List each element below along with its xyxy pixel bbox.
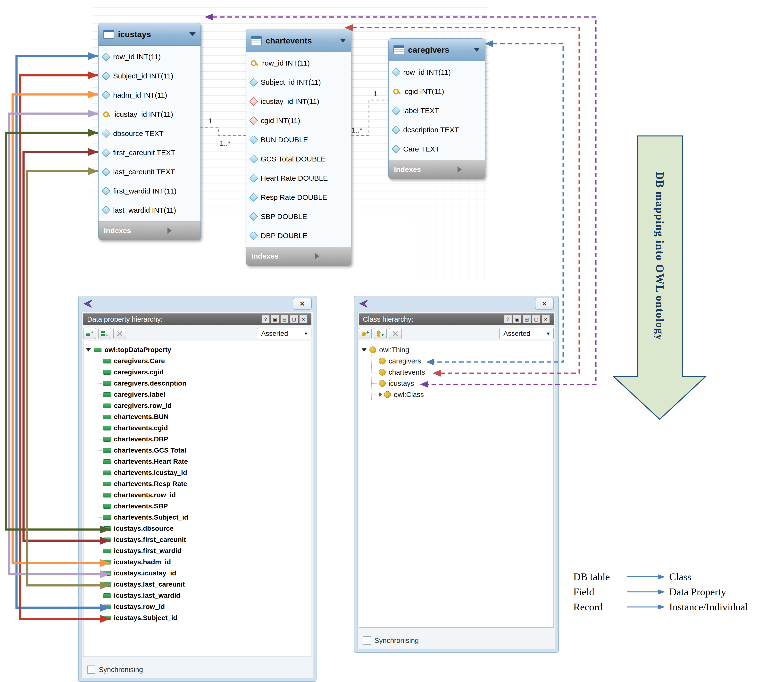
tree-item[interactable]: chartevents.cgid xyxy=(96,422,309,433)
close-button[interactable]: ✕ xyxy=(535,298,554,309)
tree-item[interactable]: chartevents.Subject_id xyxy=(96,512,309,523)
tree-item[interactable]: icustays xyxy=(372,378,551,389)
table-row[interactable]: Subject_id INT(11) xyxy=(99,66,200,86)
tree-item[interactable]: chartevents.Heart Rate xyxy=(96,456,309,467)
collapsed-caret-icon[interactable] xyxy=(379,392,382,397)
panel-header[interactable]: Class hierarchy: ? ▣ ▤ ▢ ✕ xyxy=(359,314,553,325)
table-chartevents[interactable]: chartevents row_id INT(11) Subject_id IN… xyxy=(246,29,351,266)
add-subclass-button[interactable] xyxy=(359,328,372,339)
expand-indexes-icon[interactable] xyxy=(167,228,172,234)
table-row[interactable]: first_wardid INT(11) xyxy=(99,182,200,201)
split-icon[interactable]: ▤ xyxy=(523,315,531,323)
tree-item[interactable]: icustays.row_id xyxy=(96,601,309,612)
close-panel-icon[interactable]: ✕ xyxy=(299,315,307,323)
tree-item[interactable]: caregivers.Care xyxy=(96,355,309,366)
collapse-table-icon[interactable] xyxy=(189,32,196,36)
table-icustays[interactable]: icustays row_id INT(11) Subject_id INT(1… xyxy=(98,23,201,240)
table-row[interactable]: BUN DOUBLE xyxy=(246,130,351,149)
table-row[interactable]: dbsource TEXT xyxy=(99,124,200,143)
tree-item[interactable]: icustays.dbsource xyxy=(96,523,309,534)
table-caregivers-header[interactable]: caregivers xyxy=(389,38,485,61)
expand-indexes-icon[interactable] xyxy=(458,166,462,173)
tree-item[interactable]: chartevents.GCS Total xyxy=(96,445,309,456)
table-row[interactable]: row_id INT(11) xyxy=(389,63,485,82)
add-sibling-property-button[interactable] xyxy=(98,328,111,339)
table-row[interactable]: Heart Rate DOUBLE xyxy=(246,169,351,188)
close-button[interactable]: ✕ xyxy=(293,298,312,309)
table-row[interactable]: Care TEXT xyxy=(389,139,485,159)
expanded-caret-icon[interactable] xyxy=(362,348,367,352)
expanded-caret-icon[interactable] xyxy=(86,348,91,352)
panel-header[interactable]: Data property hierarchy: ? ▣ ▤ ▢ ✕ xyxy=(83,314,312,325)
table-row[interactable]: row_id INT(11) xyxy=(99,47,200,66)
synchronising-checkbox[interactable] xyxy=(363,636,371,645)
table-row[interactable]: cgid INT(11) xyxy=(246,111,351,130)
window-title-bar[interactable]: ✕ xyxy=(355,296,558,311)
close-panel-icon[interactable]: ✕ xyxy=(542,315,550,323)
indexes-bar[interactable]: Indexes xyxy=(246,247,351,265)
add-sibling-class-button[interactable] xyxy=(374,328,386,339)
tree-item[interactable]: icustays.first_careunit xyxy=(96,534,309,545)
float-icon[interactable]: ▢ xyxy=(532,315,540,323)
class-hierarchy-window[interactable]: ✕ Class hierarchy: ? ▣ ▤ ▢ ✕ xyxy=(354,296,559,653)
tree-item[interactable]: chartevents.BUN xyxy=(96,411,309,422)
add-subproperty-button[interactable] xyxy=(83,328,96,339)
indexes-bar[interactable]: Indexes xyxy=(99,221,200,240)
tree-item-root[interactable]: owl:topDataProperty xyxy=(86,344,309,355)
table-icustays-header[interactable]: icustays xyxy=(99,23,200,46)
indexes-bar[interactable]: Indexes xyxy=(389,160,485,179)
table-row[interactable]: hadm_id INT(11) xyxy=(99,86,200,105)
table-row[interactable]: DBP DOUBLE xyxy=(246,226,351,245)
tree-item[interactable]: icustays.last_wardid xyxy=(96,590,309,601)
tree-item[interactable]: icustays.first_wardid xyxy=(96,545,309,556)
table-row[interactable]: GCS Total DOUBLE xyxy=(246,149,351,169)
float-icon[interactable]: ▢ xyxy=(290,315,298,323)
delete-property-button[interactable] xyxy=(113,328,126,339)
help-icon[interactable]: ? xyxy=(504,315,512,323)
tree-item[interactable]: chartevents.row_id xyxy=(96,489,309,500)
split-icon[interactable]: ▤ xyxy=(280,315,289,323)
data-property-window[interactable]: ✕ Data property hierarchy: ? ▣ ▤ ▢ ✕ xyxy=(78,296,316,682)
tree-item[interactable]: chartevents xyxy=(372,366,551,378)
expand-indexes-icon[interactable] xyxy=(315,253,319,259)
tree-item[interactable]: chartevents.icustay_id xyxy=(96,467,309,478)
table-row[interactable]: Resp Rate DOUBLE xyxy=(246,188,351,207)
table-row[interactable]: last_wardid INT(11) xyxy=(99,201,200,220)
table-caregivers[interactable]: caregivers row_id INT(11) cgid INT(11) l… xyxy=(388,38,485,179)
tree-item[interactable]: chartevents.DBP xyxy=(96,433,309,445)
table-row[interactable]: cgid INT(11) xyxy=(389,82,485,101)
tree-item[interactable]: icustays.last_careunit xyxy=(96,579,309,590)
help-icon[interactable]: ? xyxy=(261,315,270,323)
tree-item[interactable]: chartevents.SBP xyxy=(96,500,309,512)
table-row[interactable]: first_careunit TEXT xyxy=(99,143,200,162)
table-row[interactable]: row_id INT(11) xyxy=(246,53,351,73)
delete-class-button[interactable] xyxy=(389,328,402,339)
class-tree[interactable]: owl:Thing caregivers chartevents icustay… xyxy=(359,341,553,628)
tree-item[interactable]: icustays.icustay_id xyxy=(96,568,309,579)
tree-item[interactable]: icustays.hadm_id xyxy=(96,556,309,568)
table-row[interactable]: Subject_id INT(11) xyxy=(246,73,351,92)
table-row[interactable]: last_careunit TEXT xyxy=(99,162,200,182)
tree-item-root[interactable]: owl:Thing xyxy=(362,344,551,355)
window-title-bar[interactable]: ✕ xyxy=(79,296,316,311)
detach-icon[interactable]: ▣ xyxy=(271,315,279,323)
table-row[interactable]: description TEXT xyxy=(389,120,485,139)
tree-item[interactable]: caregivers.cgid xyxy=(96,366,309,378)
tree-item[interactable]: caregivers.row_id xyxy=(96,400,309,411)
table-row[interactable]: SBP DOUBLE xyxy=(246,207,351,226)
synchronising-checkbox[interactable] xyxy=(87,666,95,674)
detach-icon[interactable]: ▣ xyxy=(513,315,522,323)
collapse-table-icon[interactable] xyxy=(340,38,346,43)
table-row[interactable]: label TEXT xyxy=(389,101,485,120)
tree-item[interactable]: chartevents.Resp Rate xyxy=(96,478,309,489)
tree-item[interactable]: owl:Class xyxy=(372,389,551,400)
table-row[interactable]: icustay_id INT(11) xyxy=(99,105,200,124)
asserted-dropdown[interactable]: Asserted ▾ xyxy=(257,328,312,339)
data-property-tree[interactable]: owl:topDataProperty caregivers.Care care… xyxy=(83,341,312,657)
tree-item[interactable]: caregivers.label xyxy=(96,389,309,400)
tree-item[interactable]: caregivers xyxy=(372,355,551,366)
table-chartevents-header[interactable]: chartevents xyxy=(246,29,351,52)
tree-item[interactable]: icustays.Subject_id xyxy=(96,612,309,623)
collapse-table-icon[interactable] xyxy=(474,48,480,52)
asserted-dropdown[interactable]: Asserted ▾ xyxy=(499,328,553,339)
